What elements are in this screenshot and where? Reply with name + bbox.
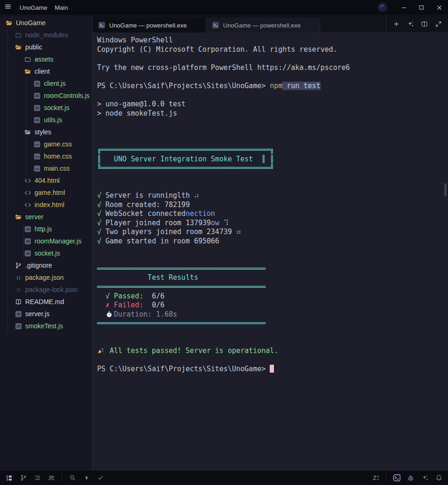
notification-bell-button[interactable] (432, 472, 445, 484)
js-file-icon: JS (24, 238, 31, 245)
tree-item-label: home.css (44, 152, 72, 160)
terminal-line: All tests passed! Server is operational. (97, 346, 448, 356)
terminal-output[interactable]: Windows PowerShellCopyright (C) Microsof… (92, 33, 448, 470)
stopwatch-icon (105, 310, 114, 319)
git-panel-icon (20, 474, 27, 481)
tree-item-label: smokeTest.js (25, 322, 63, 330)
close-button[interactable] (430, 0, 448, 15)
minimize-button[interactable] (395, 0, 413, 15)
tree-item-utils.js[interactable]: JSutils.js (0, 114, 92, 126)
outline-panel-button[interactable] (31, 472, 44, 484)
terminal-line (97, 118, 448, 127)
pane-toolbar (386, 15, 448, 33)
html-file-icon (24, 189, 31, 196)
json-icon: {} (15, 286, 22, 293)
maximize-pane-icon (435, 21, 442, 28)
application-menu-button[interactable] (0, 0, 16, 15)
tree-item-404.html[interactable]: 404.html (0, 174, 92, 187)
maximize-pane-button[interactable] (432, 18, 444, 30)
terminal-cursor (270, 365, 274, 373)
tree-item-label: index.html (35, 201, 64, 208)
status-bar-separator (62, 474, 62, 482)
tree-item-game.html[interactable]: game.html (0, 187, 92, 199)
tree-item-label: 404.html (35, 177, 60, 184)
avatar[interactable] (378, 3, 387, 12)
svg-text:css: css (35, 155, 39, 158)
folder-open-icon (24, 129, 31, 136)
tree-item-README.md[interactable]: README.md (0, 296, 92, 308)
tree-item-main.css[interactable]: cssmain.css (0, 162, 92, 174)
tab-bar: UnoGame — powershell.exeUnoGame — powers… (92, 16, 448, 33)
tree-item-socket.js[interactable]: JSsocket.js (0, 102, 92, 114)
terminal-line: ╔═══════════════════════════════════════… (97, 146, 448, 155)
tree-item-node_modules[interactable]: node_modules (0, 29, 92, 41)
terminal-line (97, 127, 448, 137)
quick-actions-button[interactable] (80, 472, 93, 484)
edit-prediction-button[interactable] (369, 472, 382, 484)
tree-item-socket.js[interactable]: JSsocket.js (0, 247, 92, 259)
project-panel-button[interactable] (3, 472, 16, 484)
css-file-icon: css (34, 141, 41, 148)
git-panel-button[interactable] (17, 472, 30, 484)
terminal-line: √ Passed: 6/6 (97, 292, 448, 301)
tree-item-server[interactable]: server (0, 211, 92, 223)
tree-item-roomManager.js[interactable]: JSroomManager.js (0, 235, 92, 247)
tree-item-client[interactable]: client (0, 65, 92, 77)
folder-open-icon (15, 214, 22, 221)
tree-item-public[interactable]: public (0, 41, 92, 53)
maximize-button[interactable] (413, 0, 430, 15)
tree-item-home.css[interactable]: csshome.css (0, 150, 92, 162)
terminal-pane: UnoGame — powershell.exeUnoGame — powers… (92, 16, 448, 470)
tree-item-assets[interactable]: assets (0, 53, 92, 65)
debug-panel-button[interactable] (404, 472, 417, 484)
terminal-line (97, 338, 448, 347)
diagnostics-check-icon (97, 474, 104, 481)
tree-item-smokeTest.js[interactable]: JSsmokeTest.js (0, 320, 92, 332)
tree-item-server.js[interactable]: JSserver.js (0, 308, 92, 320)
js-file-icon: JS (34, 104, 41, 111)
terminal-line: > node smokeTest.js (97, 109, 448, 118)
branch-name[interactable]: Main (51, 2, 71, 13)
tree-item-package-lock.json[interactable]: {}package-lock.json (0, 284, 92, 296)
diagnostics-check-button[interactable] (94, 472, 107, 484)
tree-item-http.js[interactable]: JShttp.js (0, 223, 92, 235)
terminal-line: Try the new cross-platform PowerShell ht… (97, 63, 448, 73)
tree-item-index.html[interactable]: index.html (0, 199, 92, 211)
tree-item-.gitignore[interactable]: .gitignore (0, 259, 92, 271)
js-file-icon: JS (34, 80, 41, 87)
html-file-icon (24, 201, 31, 208)
terminal-line: √ Two players joined room 234739 ⠶ (97, 228, 448, 237)
terminal-tab-2[interactable]: UnoGame — powershell.exe (206, 18, 320, 33)
terminal-tab-1[interactable]: UnoGame — powershell.exe (92, 18, 206, 33)
assistant-sparkle-button[interactable] (418, 472, 431, 484)
terminal-panel-button[interactable] (390, 472, 403, 484)
terminal-line (97, 255, 448, 264)
tree-item-UnoGame[interactable]: UnoGame (0, 17, 92, 29)
tree-item-client.js[interactable]: JSclient.js (0, 77, 92, 90)
terminal-line: Windows PowerShell (97, 36, 448, 45)
sparkle-ai-button[interactable] (404, 18, 416, 30)
svg-text:JS: JS (16, 325, 21, 328)
tree-item-label: node_modules (25, 31, 68, 39)
tree-item-roomControls.js[interactable]: JSroomControls.js (0, 90, 92, 102)
tree-item-package.json[interactable]: {}package.json (0, 271, 92, 284)
tree-item-label: public (25, 43, 42, 51)
terminal-line (97, 54, 448, 63)
tree-item-game.css[interactable]: cssgame.css (0, 138, 92, 150)
tree-item-styles[interactable]: styles (0, 126, 92, 138)
project-name[interactable]: UnoGame (16, 2, 51, 13)
search-button[interactable] (66, 472, 79, 484)
terminal-line: √ Room created: 782199 (97, 201, 448, 210)
split-pane-button[interactable] (418, 18, 430, 30)
terminal-line: ✗ Failed: 0/6 (97, 301, 448, 310)
json-icon: {} (15, 274, 22, 281)
tab-label: UnoGame — powershell.exe (223, 22, 301, 29)
tree-item-label: assets (35, 55, 53, 63)
tree-item-label: roomManager.js (35, 237, 81, 245)
outline-panel-icon (34, 474, 41, 481)
terminal-scrollbar[interactable] (444, 183, 447, 196)
new-terminal-button[interactable] (390, 18, 402, 30)
project-panel-icon (6, 474, 13, 482)
js-file-icon: JS (34, 92, 41, 99)
collab-panel-button[interactable] (45, 472, 58, 484)
